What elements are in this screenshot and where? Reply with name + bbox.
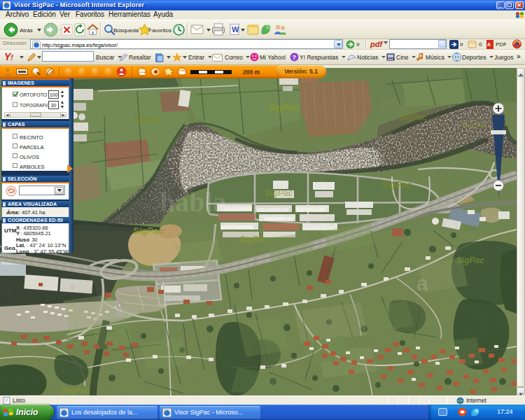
svg-text:SigPac: SigPac xyxy=(265,188,293,198)
svg-text:SigPac: SigPac xyxy=(62,386,90,396)
svg-text:SigPac: SigPac xyxy=(269,102,300,113)
svg-text:SigPac: SigPac xyxy=(133,225,164,236)
svg-text:W: W xyxy=(232,25,239,34)
svg-text:habla: habla xyxy=(160,186,227,218)
svg-text:a: a xyxy=(416,272,428,295)
svg-text:SigPac: SigPac xyxy=(462,120,488,129)
svg-text:SigPac: SigPac xyxy=(239,234,267,244)
svg-text:SigPac: SigPac xyxy=(382,179,412,190)
svg-text:SigPac: SigPac xyxy=(399,113,427,122)
svg-text:SigPac: SigPac xyxy=(456,255,484,265)
svg-text:A: A xyxy=(487,42,491,47)
svg-text:SigPac: SigPac xyxy=(133,115,161,125)
svg-text:?: ? xyxy=(293,54,297,61)
